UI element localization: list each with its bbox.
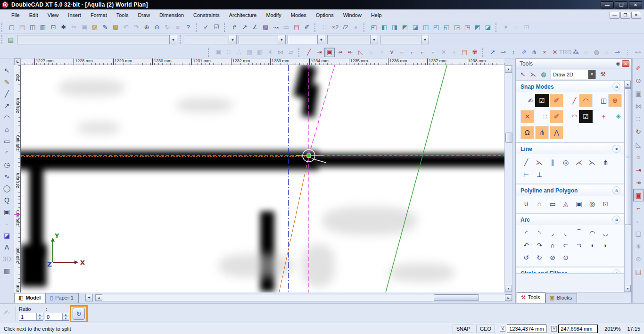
panel-close-icon[interactable]: ✕: [622, 60, 629, 67]
zoom-icon[interactable]: ⊕: [141, 23, 152, 32]
view-cube-left-icon[interactable]: ◪: [410, 23, 421, 32]
polyline-icon[interactable]: ∪: [520, 198, 533, 210]
grid-icon[interactable]: ∷: [320, 23, 330, 32]
shape-trim-icon[interactable]: ◺: [355, 48, 366, 57]
menu-dimension[interactable]: Dimension: [155, 10, 189, 20]
point-3d[interactable]: TRD: [560, 48, 570, 57]
copy-entities-icon[interactable]: ▣: [213, 48, 223, 57]
grid-squares-icon[interactable]: ∷: [633, 112, 644, 125]
inscribed-square-icon[interactable]: ⊡: [599, 198, 612, 210]
magic-wand-icon[interactable]: ✦: [501, 23, 511, 32]
layer-combo[interactable]: ▼: [17, 35, 177, 44]
menu-help[interactable]: Help: [366, 10, 387, 20]
query[interactable]: Q: [1, 194, 13, 206]
mdi-close-button[interactable]: ✕: [631, 12, 641, 19]
minimize-button[interactable]: —: [601, 1, 614, 8]
irregular-polygon-icon[interactable]: ◬: [559, 198, 572, 210]
hatch-fill-icon[interactable]: ◪: [1, 229, 13, 241]
point-circle-2-icon[interactable]: ◍: [591, 48, 602, 57]
grid-x2[interactable]: ×2: [330, 23, 340, 32]
view-cube-back-icon[interactable]: ◰: [431, 23, 441, 32]
panel-scroll-thumb[interactable]: [625, 88, 631, 225]
line-trim-icon[interactable]: ⇥: [314, 48, 324, 57]
view-iso-ne-icon[interactable]: ◩: [472, 23, 483, 32]
toolbar-grip[interactable]: [208, 48, 211, 57]
view-cube-shaded-icon[interactable]: ◨: [389, 23, 400, 32]
pentagon-icon[interactable]: ⌂: [1, 123, 13, 135]
line-tangent-arc-icon[interactable]: ◎: [559, 156, 572, 168]
rotate-reference-button[interactable]: ↻: [73, 308, 85, 320]
arc-icon[interactable]: ◜: [1, 147, 13, 159]
render-2d-icon[interactable]: ▭: [281, 23, 291, 32]
arc-complement-icon[interactable]: ⊙: [559, 251, 572, 264]
pattern-combo[interactable]: ▼: [380, 35, 429, 44]
arc-1-2-3-icon[interactable]: ↶: [520, 239, 533, 251]
arc-chord-icon[interactable]: ⊂: [559, 239, 572, 251]
layer-manager-icon[interactable]: ▤: [6, 35, 16, 44]
calculator-icon[interactable]: ≡: [173, 23, 183, 32]
snap-center-icon[interactable]: ⊕: [608, 94, 622, 107]
ratio-value[interactable]: 1: [19, 313, 36, 320]
view-iso-sw-icon[interactable]: ◳: [462, 23, 472, 32]
panel-select-icon[interactable]: ↖: [518, 70, 528, 79]
paste-special-icon[interactable]: ▩: [110, 23, 121, 32]
arc-rotate-icon[interactable]: ↺: [520, 251, 533, 264]
point-circle-1-icon[interactable]: ◌: [581, 48, 591, 57]
ratio-value-2[interactable]: 0: [45, 313, 62, 320]
point-pair-icon[interactable]: ⊸: [612, 48, 622, 57]
view-cube-top-icon[interactable]: ◧: [379, 23, 389, 32]
snap-nearest-icon[interactable]: ✐: [550, 94, 563, 107]
bricks-icon[interactable]: ▤: [291, 23, 302, 32]
split-tool-active-icon[interactable]: ▣: [633, 189, 644, 201]
save-icon[interactable]: ◫: [27, 23, 38, 32]
menu-insert[interactable]: Insert: [63, 10, 86, 20]
arc-elliptical-icon[interactable]: ◡: [599, 227, 612, 239]
angle-icon[interactable]: ∠: [250, 23, 260, 32]
cut-icon[interactable]: ✂: [69, 23, 79, 32]
palette-icon[interactable]: ⚒: [598, 70, 608, 79]
tab-scroll-left-icon[interactable]: ◄: [85, 294, 93, 301]
rosette-icon[interactable]: ✾: [470, 48, 480, 57]
arc-bulge-icon[interactable]: ⊃: [572, 239, 586, 251]
snap-angle-icon[interactable]: ⋀: [550, 126, 563, 139]
drawing-canvas[interactable]: Y X Z: [21, 65, 504, 292]
panel-scrollbar[interactable]: ▲ ▼: [624, 81, 631, 292]
arc-concentric-icon[interactable]: ◗: [599, 239, 612, 251]
panel-snap-pick-icon[interactable]: ⋋: [528, 70, 538, 79]
vscroll-thumb[interactable]: [505, 133, 512, 143]
donut-icon[interactable]: ◎: [586, 198, 599, 210]
maximize-button[interactable]: ❐: [615, 1, 628, 8]
point-column-icon[interactable]: ⋮: [622, 48, 633, 57]
arc-semi-icon[interactable]: ◖: [586, 239, 599, 251]
toolbar-grip[interactable]: [298, 48, 301, 57]
corner-fillet-icon[interactable]: ⌐: [397, 48, 407, 57]
linetype-combo[interactable]: ▼: [239, 35, 286, 44]
menu-constraints[interactable]: Constraints: [189, 10, 224, 20]
cross-extend-icon[interactable]: +: [449, 48, 459, 57]
triangle-trim-icon[interactable]: ◺: [633, 138, 644, 150]
select-rectangle-icon[interactable]: ◌: [511, 23, 521, 32]
ellipse-icon[interactable]: ◯: [1, 182, 13, 194]
scroll-down-icon[interactable]: ▼: [505, 285, 512, 292]
fence-icon[interactable]: ⋎: [387, 48, 397, 57]
toolbar-grip[interactable]: [196, 23, 198, 32]
scroll-up-icon[interactable]: ▲: [505, 66, 512, 73]
scroll-down-icon[interactable]: ▼: [625, 285, 631, 292]
tab-blocks[interactable]: ▣ Blocks: [545, 293, 578, 303]
settings-icon[interactable]: ✱: [58, 23, 69, 32]
toolbar-grip[interactable]: [180, 35, 182, 45]
spell-check-icon[interactable]: ✓: [201, 23, 211, 32]
corner-multi-icon[interactable]: ⌐: [428, 48, 438, 57]
select-icon[interactable]: ↖: [1, 64, 13, 76]
point-branch-icon[interactable]: ⋔: [529, 48, 539, 57]
menu-modify[interactable]: Modify: [261, 10, 286, 20]
split-double-icon[interactable]: ↞: [345, 48, 355, 57]
spray-icon[interactable]: ✳: [633, 240, 644, 252]
arc-radius-icon[interactable]: ◠: [586, 227, 599, 239]
arc-start-angle-icon[interactable]: ⌒: [572, 227, 586, 239]
array-path-icon[interactable]: ▦: [244, 48, 255, 57]
eraser-icon[interactable]: ✐: [633, 61, 644, 74]
snap-intersection-icon[interactable]: ✕: [520, 110, 534, 123]
arc-nodes-icon[interactable]: ◠: [1, 111, 13, 123]
spin-down-icon[interactable]: ▼: [37, 317, 43, 321]
